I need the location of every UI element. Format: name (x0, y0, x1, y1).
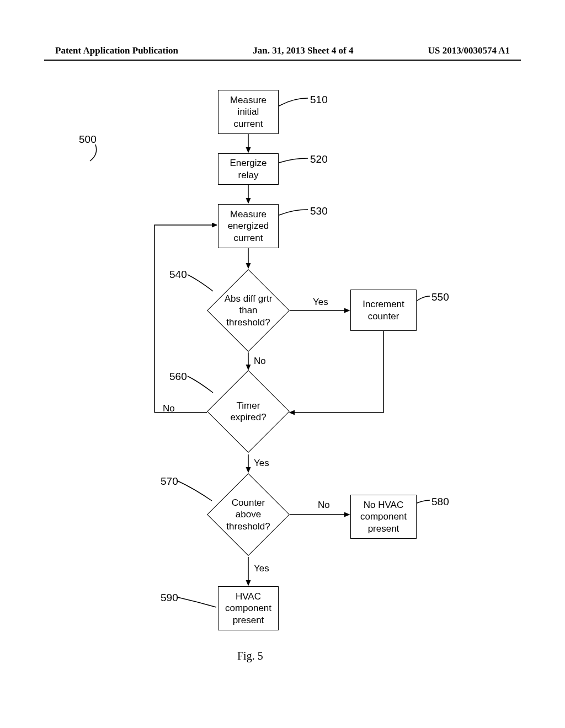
flowchart-arrows (0, 0, 565, 728)
flowchart: 500 Measure initial current 510 Energize… (0, 0, 565, 728)
